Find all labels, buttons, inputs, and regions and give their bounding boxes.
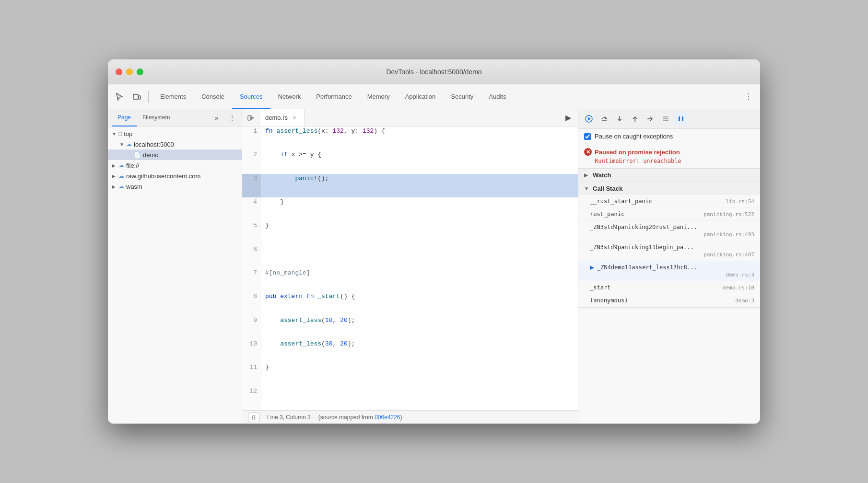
- exception-section: Pause on caught exceptions: [578, 129, 760, 144]
- pause-checkbox-row: Pause on caught exceptions: [584, 133, 754, 140]
- editor-tab-bar: demo.rs × ▶: [242, 109, 578, 126]
- cursor-icon[interactable]: [112, 89, 127, 104]
- callstack-section-header[interactable]: ▼ Call Stack: [578, 182, 760, 195]
- tree-item-demo[interactable]: 📄 demo: [108, 150, 242, 160]
- pause-exceptions-checkbox[interactable]: [584, 133, 591, 140]
- svg-marker-7: [588, 117, 591, 121]
- code-line-6: 6: [242, 245, 578, 268]
- panel-tab-extras: » ⋮: [211, 109, 238, 126]
- tab-elements[interactable]: Elements: [152, 84, 194, 110]
- callstack-item-6[interactable]: (anonymous) demo:3: [578, 294, 760, 307]
- devtools-window: DevTools - localhost:5000/demo Elements …: [108, 59, 760, 424]
- step-btn[interactable]: [644, 112, 657, 126]
- callstack-item-0[interactable]: __rust_start_panic lib.rs:54: [578, 195, 760, 208]
- editor-statusbar: {} Line 3, Column 3 (source mapped from …: [242, 410, 578, 424]
- right-panel-content: Pause on caught exceptions ✕ Paused on p…: [578, 129, 760, 424]
- maximize-button[interactable]: [137, 69, 143, 75]
- minimize-button[interactable]: [126, 69, 133, 75]
- sidebar-toggle-icon[interactable]: [242, 109, 259, 126]
- more-tabs-btn[interactable]: »: [211, 112, 223, 124]
- close-file-tab-btn[interactable]: ×: [291, 114, 298, 122]
- window-title: DevTools - localhost:5000/demo: [386, 68, 481, 76]
- watch-section: ▶ Watch: [578, 169, 760, 182]
- tree-arrow-file: ▶: [112, 163, 117, 168]
- callstack-item-3[interactable]: _ZN3std9panicking11begin_pa... panicking…: [578, 241, 760, 261]
- code-line-5: 5 }: [242, 221, 578, 244]
- pause-on-exceptions-btn[interactable]: [674, 112, 688, 126]
- callstack-item-1[interactable]: rust_panic panicking.rs:522: [578, 208, 760, 221]
- source-map-link[interactable]: 006e4226: [375, 414, 400, 421]
- run-snippet-btn[interactable]: ▶: [563, 112, 574, 124]
- deactivate-breakpoints-btn[interactable]: [659, 112, 672, 126]
- close-button[interactable]: [116, 69, 122, 75]
- file-tree: ▼ □ top ▼ ☁ localhost:5000 📄 demo: [108, 126, 242, 424]
- panel-tab-page[interactable]: Page: [112, 109, 137, 126]
- step-out-btn[interactable]: [628, 112, 642, 126]
- localhost-icon: ☁: [126, 141, 132, 148]
- step-over-btn[interactable]: [598, 112, 611, 126]
- pause-exceptions-label: Pause on caught exceptions: [595, 133, 673, 140]
- wasm-icon: ☁: [118, 183, 124, 190]
- callstack-list: __rust_start_panic lib.rs:54 rust_panic …: [578, 195, 760, 307]
- more-tabs-icon[interactable]: ⋮: [741, 89, 756, 104]
- tab-bar: Elements Console Sources Network Perform…: [152, 84, 739, 109]
- raw-github-icon: ☁: [118, 172, 124, 179]
- callstack-item-5[interactable]: _start demo.rs:10: [578, 281, 760, 294]
- svg-line-5: [252, 118, 254, 119]
- add-folder-btn[interactable]: ⋮: [226, 112, 238, 124]
- tab-memory[interactable]: Memory: [360, 84, 398, 110]
- editor-area: demo.rs × ▶ 1 fn assert_less(x: i32, y: …: [242, 109, 578, 424]
- svg-rect-0: [133, 94, 138, 99]
- device-icon[interactable]: [129, 89, 144, 104]
- tab-application[interactable]: Application: [398, 84, 444, 110]
- callstack-section: ▼ Call Stack __rust_start_panic lib.rs:5…: [578, 182, 760, 308]
- panel-tab-filesystem[interactable]: Filesystem: [137, 109, 176, 126]
- resume-btn[interactable]: [582, 112, 596, 126]
- traffic-lights: [116, 69, 143, 75]
- code-line-3: 3 panic!();: [242, 174, 578, 197]
- code-line-1: 1 fn assert_less(x: i32, y: i32) {: [242, 126, 578, 150]
- code-editor[interactable]: 1 fn assert_less(x: i32, y: i32) { 2 if …: [242, 126, 578, 410]
- code-line-10: 10 assert_less(30, 20);: [242, 339, 578, 363]
- watch-arrow-icon: ▶: [584, 172, 590, 178]
- tab-audits[interactable]: Audits: [481, 84, 514, 110]
- code-lines: 1 fn assert_less(x: i32, y: i32) { 2 if …: [242, 126, 578, 410]
- pretty-print-btn[interactable]: {}: [248, 413, 259, 422]
- toolbar-divider: [148, 91, 149, 103]
- editor-toolbar-right: ▶: [563, 109, 578, 126]
- file-icon: ☁: [118, 162, 124, 169]
- tree-item-top[interactable]: ▼ □ top: [108, 128, 242, 139]
- tree-item-wasm[interactable]: ▶ ☁ wasm: [108, 181, 242, 192]
- tab-console[interactable]: Console: [194, 84, 232, 110]
- error-title: ✕ Paused on promise rejection: [584, 148, 754, 156]
- tree-arrow-localhost: ▼: [119, 142, 124, 147]
- file-panel: Page Filesystem » ⋮ ▼ □ top: [108, 109, 242, 424]
- tab-sources[interactable]: Sources: [232, 84, 270, 110]
- step-into-btn[interactable]: [613, 112, 626, 126]
- tree-arrow-raw: ▶: [112, 173, 117, 179]
- editor-file-tab-demo[interactable]: demo.rs ×: [259, 109, 305, 126]
- svg-rect-15: [679, 116, 680, 121]
- callstack-item-4[interactable]: ▶ _ZN4demo11assert_less17hc8... demo.rs:…: [578, 261, 760, 281]
- tree-item-file[interactable]: ▶ ☁ file://: [108, 160, 242, 171]
- tree-arrow-top: ▼: [112, 131, 117, 137]
- watch-section-header[interactable]: ▶ Watch: [578, 169, 760, 182]
- source-map-info: (source mapped from 006e4226): [318, 414, 402, 421]
- tab-network[interactable]: Network: [270, 84, 309, 110]
- svg-rect-1: [139, 96, 141, 99]
- editor-position: Line 3, Column 3: [267, 414, 311, 421]
- right-panel: Pause on caught exceptions ✕ Paused on p…: [578, 109, 760, 424]
- svg-rect-16: [682, 116, 683, 121]
- tree-item-localhost[interactable]: ▼ ☁ localhost:5000: [108, 139, 242, 150]
- svg-rect-2: [248, 115, 250, 120]
- callstack-item-2[interactable]: _ZN3std9panicking20rust_pani... panickin…: [578, 221, 760, 241]
- tree-item-raw-github[interactable]: ▶ ☁ raw.githubusercontent.com: [108, 171, 242, 181]
- main-content: Page Filesystem » ⋮ ▼ □ top: [108, 109, 760, 424]
- code-line-4: 4 }: [242, 197, 578, 221]
- top-folder-icon: □: [118, 130, 122, 137]
- code-line-9: 9 assert_less(10, 20);: [242, 316, 578, 339]
- tab-security[interactable]: Security: [443, 84, 481, 110]
- panel-tab-bar: Page Filesystem » ⋮: [108, 109, 242, 126]
- code-line-12: 12: [242, 387, 578, 410]
- tab-performance[interactable]: Performance: [308, 84, 359, 110]
